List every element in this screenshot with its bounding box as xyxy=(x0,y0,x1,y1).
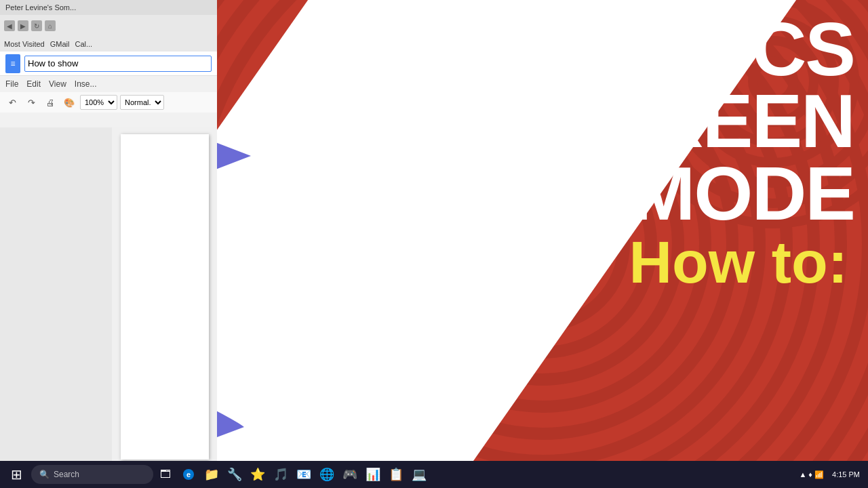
paintformat-button[interactable]: 🎨 xyxy=(61,94,77,110)
browser-titlebar: Peter Levine's Som... xyxy=(0,0,217,15)
browser-navbar: ◀ ▶ ↻ ⌂ xyxy=(0,15,217,37)
taskbar-icon4[interactable]: ⭐ xyxy=(247,464,269,485)
back-button[interactable]: ◀ xyxy=(4,20,15,31)
paragraph-style-select[interactable]: Normal... Heading 1 Heading 2 xyxy=(120,95,164,110)
bookmark-mostvisited[interactable]: Most Visited xyxy=(4,40,45,48)
menu-edit[interactable]: Edit xyxy=(26,79,41,89)
zoom-select[interactable]: 100% 75% 125% xyxy=(80,95,117,110)
redo-button[interactable]: ↷ xyxy=(23,94,39,110)
taskbar-icon5[interactable]: 🎵 xyxy=(270,464,292,485)
taskbar-icon3[interactable]: 🔧 xyxy=(224,464,245,485)
refresh-button[interactable]: ↻ xyxy=(31,20,42,31)
search-label: Search xyxy=(54,470,79,479)
doc-page xyxy=(121,134,209,460)
taskbar-icon10[interactable]: 📋 xyxy=(385,464,407,485)
title-subtitle: How to: xyxy=(296,230,854,296)
title-line3: MODE xyxy=(296,158,854,230)
system-tray: ▲ ♦ 📶 4:15 PM xyxy=(793,470,865,479)
menu-insert[interactable]: Inse... xyxy=(75,79,97,89)
forward-button[interactable]: ▶ xyxy=(18,20,28,31)
title-line1: GOOGLE DOCS xyxy=(296,14,854,85)
clock: 4:15 PM xyxy=(832,470,860,479)
taskbar-icon9[interactable]: 📊 xyxy=(362,464,384,485)
browser-title: Peter Levine's Som... xyxy=(5,3,76,12)
title-line2: FULL SCREEN xyxy=(296,85,854,157)
document-title-input[interactable] xyxy=(24,56,212,72)
gdocs-icon-symbol: ≡ xyxy=(10,59,15,68)
bookmark-gmail[interactable]: GMail xyxy=(50,40,70,48)
taskbar-taskview[interactable]: 🗔 xyxy=(155,464,176,485)
taskbar-ie[interactable]: e xyxy=(178,464,199,485)
taskbar-icon8[interactable]: 🎮 xyxy=(339,464,361,485)
print-button[interactable]: 🖨 xyxy=(42,94,58,110)
menu-file[interactable]: File xyxy=(5,79,18,89)
gdocs-toolbar: ↶ ↷ 🖨 🎨 100% 75% 125% Normal... Heading … xyxy=(0,92,217,113)
browser-window: Peter Levine's Som... ◀ ▶ ↻ ⌂ Most Visit… xyxy=(0,0,217,127)
start-button[interactable]: ⊞ xyxy=(3,464,30,485)
taskbar-search[interactable]: 🔍 Search xyxy=(31,465,153,484)
search-icon: 🔍 xyxy=(39,470,50,479)
gdocs-header: ≡ xyxy=(0,52,217,76)
taskbar-icon6[interactable]: 📧 xyxy=(293,464,315,485)
tray-icons: ▲ ♦ 📶 xyxy=(799,470,824,479)
taskbar-explorer[interactable]: 📁 xyxy=(201,464,222,485)
svg-text:e: e xyxy=(186,470,191,479)
menu-view[interactable]: View xyxy=(49,79,66,89)
bookmark-cal[interactable]: Cal... xyxy=(75,40,92,48)
doc-page-wrapper xyxy=(112,127,217,461)
taskbar: ⊞ 🔍 Search 🗔 e 📁 🔧 ⭐ 🎵 📧 🌐 🎮 📊 📋 💻 ▲ ♦ 📶… xyxy=(0,461,868,488)
bookmarks-bar: Most Visited GMail Cal... xyxy=(0,37,217,52)
doc-sidebar xyxy=(0,127,112,461)
title-text-block: GOOGLE DOCS FULL SCREEN MODE How to: xyxy=(296,14,854,296)
undo-button[interactable]: ↶ xyxy=(4,94,20,110)
gdocs-icon: ≡ xyxy=(5,54,20,73)
taskbar-icon7[interactable]: 🌐 xyxy=(316,464,338,485)
taskbar-icon11[interactable]: 💻 xyxy=(408,464,430,485)
home-button[interactable]: ⌂ xyxy=(45,20,56,31)
gdocs-menubar: File Edit View Inse... xyxy=(0,76,217,92)
